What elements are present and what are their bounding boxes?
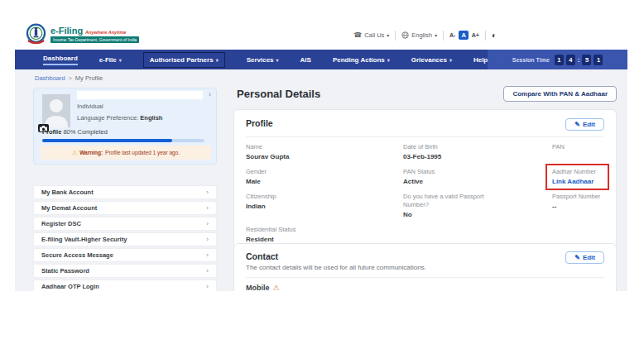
language-label: English (411, 31, 432, 39)
divider (395, 31, 396, 41)
sidebar-item-my-demat-account[interactable]: My Demat Account › (33, 201, 217, 215)
nav-item-grievances[interactable]: Grievances ▾ (411, 56, 452, 64)
field-aadhaar-number: Aadhar Number Link Aadhaar (545, 164, 609, 190)
nav-item-dashboard[interactable]: Dashboard (43, 55, 78, 65)
main-nav: Dashboard e-File ▾ Authorised Partners ▾… (15, 50, 627, 69)
emblem-icon (25, 23, 47, 45)
divider (246, 136, 604, 137)
profile-fields-grid: Name Sourav Gupta Date of Birth 03-Feb-1… (246, 143, 604, 244)
completion-percent-text: 80% Completed (63, 128, 107, 136)
menu-label: My Demat Account (41, 204, 97, 212)
field-label: Aadhar Number (552, 168, 604, 176)
page-body: Dashboard > My Profile › (15, 69, 627, 291)
warning-text: Profile last updated 1 year ago. (105, 150, 180, 155)
page: e-Filing Anywhere Anytime Income Tax Dep… (0, 0, 644, 363)
nav-label: Services (247, 56, 274, 64)
nav-label: e-File (99, 56, 117, 64)
divider (485, 31, 486, 41)
chevron-right-icon: › (206, 267, 209, 275)
field-pan-status: PAN Status Active (403, 168, 552, 186)
warning-icon: ⚠ (273, 284, 280, 291)
session-time-label: Session Time (512, 57, 550, 63)
phone-icon: ☎ (353, 31, 362, 39)
link-aadhaar-link[interactable]: Link Aadhaar (552, 178, 604, 186)
menu-label: Static Password (41, 267, 89, 275)
language-preference-label: Language Preference: (77, 114, 138, 122)
contact-section-card: Contact The contact details will be used… (233, 243, 617, 291)
nav-item-e-file[interactable]: e-File ▾ (99, 56, 122, 64)
font-default-button[interactable]: A (459, 31, 468, 40)
language-menu[interactable]: English ▾ (401, 31, 437, 39)
compare-pan-aadhaar-button[interactable]: Compare With PAN & Aadhaar (503, 86, 617, 102)
caret-down-icon: ▾ (276, 57, 279, 63)
contact-section-subtitle: The contact details will be used for all… (246, 264, 426, 271)
brand-logo: e-Filing Anywhere Anytime Income Tax Dep… (25, 23, 139, 45)
field-value: -- (552, 203, 604, 211)
divider (246, 277, 604, 278)
font-decrease-button[interactable]: A- (449, 32, 455, 38)
redacted-name (77, 91, 203, 99)
field-value: Sourav Gupta (246, 153, 403, 161)
user-type-label: Individual (77, 103, 103, 110)
sidebar-item-aadhaar-otp-login[interactable]: Aadhaar OTP Login › (33, 279, 217, 291)
brand-text: e-Filing Anywhere Anytime Income Tax Dep… (50, 26, 139, 43)
caret-down-icon: ▾ (435, 32, 437, 38)
sidebar-item-static-password[interactable]: Static Password › (33, 264, 217, 278)
profile-word: Profile (42, 128, 61, 136)
caret-down-icon: ▾ (387, 57, 390, 63)
header: e-Filing Anywhere Anytime Income Tax Dep… (15, 21, 627, 50)
sidebar-item-register-dsc[interactable]: Register DSC › (33, 217, 217, 231)
call-us-menu[interactable]: ☎ Call Us ▾ (353, 31, 389, 39)
nav-item-services[interactable]: Services ▾ (247, 56, 279, 64)
globe-icon (401, 31, 409, 39)
session-digit: 4 (566, 55, 575, 65)
field-value: Indian (246, 203, 403, 211)
pencil-icon: ✎ (574, 254, 580, 261)
sidebar-item-my-bank-account[interactable]: My Bank Account › (33, 185, 217, 199)
breadcrumb-current: My Profile (75, 74, 103, 82)
menu-label: Aadhaar OTP Login (41, 283, 99, 290)
avatar (42, 94, 70, 127)
field-label: Name (246, 143, 403, 151)
sidebar-item-secure-access-message[interactable]: Secure Access Message › (33, 248, 217, 262)
field-pan: PAN (552, 143, 604, 161)
breadcrumb-separator: > (69, 75, 72, 81)
field-value: No (403, 211, 552, 219)
field-label: Citizenship (246, 193, 403, 201)
nav-label: Help (473, 56, 488, 64)
font-increase-button[interactable]: A+ (472, 32, 479, 38)
divider (443, 31, 444, 41)
profile-progress-fill (42, 139, 172, 142)
session-colon: : (578, 56, 580, 64)
nav-item-ais[interactable]: AIS (300, 56, 311, 64)
session-digit: 1 (594, 55, 603, 65)
profile-edit-button[interactable]: ✎ Edit (565, 118, 604, 131)
nav-label: Authorised Partners (150, 56, 214, 64)
profile-warning-banner: ⚠ Warning: Profile last updated 1 year a… (41, 146, 211, 160)
nav-item-authorised-partners[interactable]: Authorised Partners ▾ (143, 52, 225, 68)
nav-label: Dashboard (43, 55, 78, 65)
mobile-subsection-header: Mobile ⚠ (246, 284, 604, 291)
breadcrumb: Dashboard > My Profile (35, 74, 103, 82)
sidebar-item-efiling-vault[interactable]: E-filing Vault-Higher Security › (33, 232, 217, 246)
session-digit: 1 (555, 55, 564, 65)
nav-item-pending-actions[interactable]: Pending Actions ▾ (333, 56, 390, 64)
warning-icon: ⚠ (72, 150, 77, 156)
contact-edit-button[interactable]: ✎ Edit (565, 251, 604, 264)
nav-items: Dashboard e-File ▾ Authorised Partners ▾… (15, 50, 488, 69)
chevron-right-icon[interactable]: › (209, 90, 211, 98)
profile-section-header: Profile ✎ Edit (246, 118, 604, 131)
field-label: Do you have a valid Passport Number? (403, 193, 511, 209)
breadcrumb-dashboard-link[interactable]: Dashboard (35, 74, 65, 82)
title-row: Personal Details Compare With PAN & Aadh… (237, 86, 617, 102)
field-label: Passport Number (552, 193, 604, 201)
edit-label: Edit (583, 121, 595, 128)
caret-down-icon: ▾ (119, 57, 122, 63)
field-label: Date of Birth (403, 143, 552, 151)
brand-tagline: Anywhere Anytime (85, 30, 126, 35)
contact-section-title: Contact (246, 251, 426, 261)
nav-item-help[interactable]: Help (473, 56, 488, 64)
caret-down-icon: ▾ (449, 57, 452, 63)
profile-section-title: Profile (246, 118, 273, 128)
contrast-toggle-icon[interactable]: ◐ (492, 31, 497, 40)
